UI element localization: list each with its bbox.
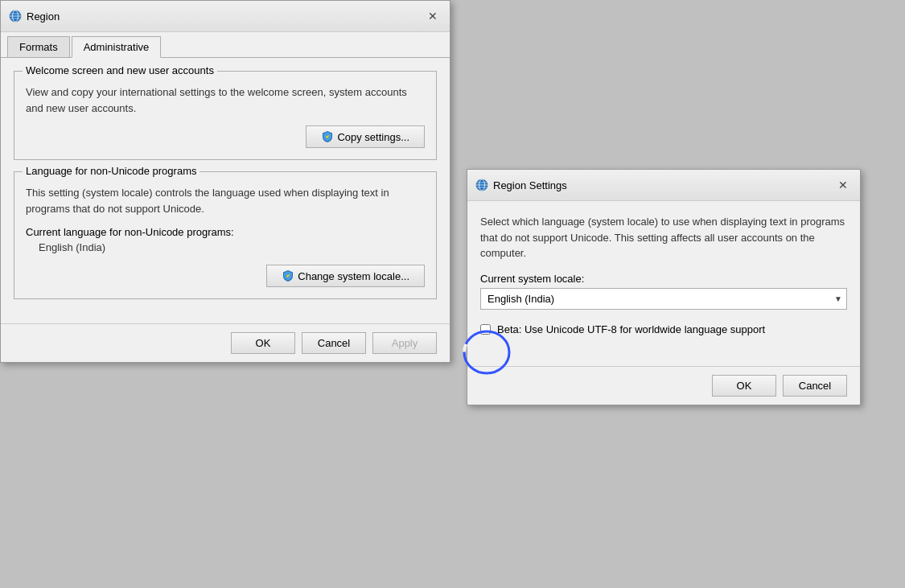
copy-settings-label: Copy settings... [337, 131, 409, 143]
globe-icon [9, 10, 22, 23]
copy-settings-button[interactable]: Copy settings... [306, 125, 425, 148]
tab-administrative[interactable]: Administrative [72, 36, 162, 58]
rs-content: Select which language (system locale) to… [467, 201, 860, 366]
rs-select-row: English (India) ▼ [480, 288, 847, 310]
rs-globe-icon [475, 179, 488, 191]
language-groupbox-body: This setting (system locale) controls th… [26, 185, 425, 287]
shield-icon-change [282, 269, 294, 282]
region-ok-button[interactable]: OK [231, 332, 295, 354]
unicode-checkbox-row: Beta: Use Unicode UTF-8 for worldwide la… [480, 323, 847, 337]
rs-titlebar-left: Region Settings [475, 179, 567, 191]
locale-select-wrapper: English (India) ▼ [480, 288, 847, 310]
locale-select[interactable]: English (India) [480, 288, 847, 310]
region-tab-bar: Formats Administrative [1, 32, 450, 58]
region-settings-dialog: Region Settings ✕ Select which language … [467, 169, 861, 405]
region-dialog: Region ✕ Formats Administrative Welcome … [0, 0, 450, 363]
unicode-checkbox[interactable] [480, 324, 491, 335]
rs-titlebar: Region Settings ✕ [467, 170, 860, 201]
rs-close-button[interactable]: ✕ [834, 176, 852, 194]
rs-description: Select which language (system locale) to… [480, 214, 847, 261]
rs-ok-button[interactable]: OK [712, 375, 776, 397]
current-lang-label: Current language for non-Unicode program… [26, 226, 425, 238]
welcome-groupbox-body: View and copy your international setting… [26, 84, 425, 148]
region-close-button[interactable]: ✕ [424, 7, 442, 25]
tab-formats[interactable]: Formats [7, 36, 70, 58]
current-lang-value: English (India) [39, 241, 425, 253]
welcome-groupbox: Welcome screen and new user accounts Vie… [14, 71, 437, 160]
region-cancel-button[interactable]: Cancel [302, 332, 366, 354]
change-locale-button[interactable]: Change system locale... [266, 265, 425, 287]
region-dialog-content: Welcome screen and new user accounts Vie… [1, 58, 450, 323]
region-footer: OK Cancel Apply [1, 323, 450, 362]
language-description: This setting (system locale) controls th… [26, 185, 425, 216]
change-locale-row: Change system locale... [26, 265, 425, 287]
language-groupbox: Language for non-Unicode programs This s… [14, 171, 437, 299]
region-titlebar: Region ✕ [1, 1, 450, 32]
copy-settings-row: Copy settings... [26, 125, 425, 148]
rs-cancel-button[interactable]: Cancel [783, 375, 847, 397]
welcome-description: View and copy your international setting… [26, 84, 425, 116]
shield-icon-copy [321, 130, 334, 143]
change-locale-label: Change system locale... [298, 270, 409, 282]
region-dialog-title: Region [27, 10, 60, 23]
titlebar-left: Region [9, 10, 60, 23]
unicode-checkbox-label[interactable]: Beta: Use Unicode UTF-8 for worldwide la… [497, 323, 765, 337]
welcome-groupbox-title: Welcome screen and new user accounts [23, 64, 217, 76]
rs-footer: OK Cancel [467, 366, 860, 405]
region-apply-button[interactable]: Apply [372, 332, 437, 354]
language-groupbox-title: Language for non-Unicode programs [23, 165, 200, 177]
rs-dialog-title: Region Settings [493, 179, 567, 191]
rs-locale-label: Current system locale: [480, 273, 847, 285]
